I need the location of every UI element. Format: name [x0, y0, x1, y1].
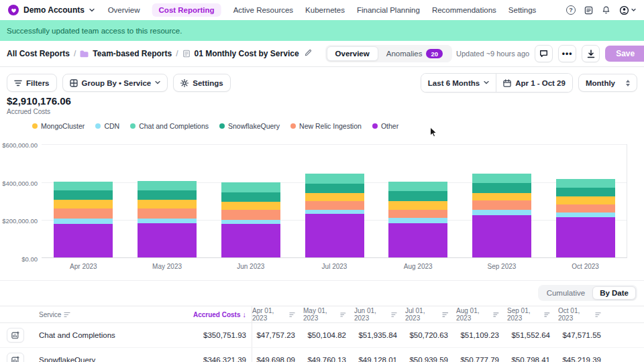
report-view-tabs: Overview Anomalies 20 [325, 45, 452, 62]
open-resource-report-button[interactable] [7, 328, 24, 343]
table-row-chat-and-completions[interactable]: Chat and Completions$350,751.93$47,757.2… [0, 323, 644, 348]
open-resource-report-button[interactable] [7, 353, 24, 362]
bar-segment-snowflakequery[interactable] [472, 183, 531, 192]
bar-sep-2023[interactable] [472, 174, 531, 257]
bar-segment-cdn[interactable] [54, 219, 113, 223]
bar-segment-new-relic-ingestion[interactable] [221, 210, 280, 220]
nav-item-cost-reporting[interactable]: Cost Reporting [152, 3, 221, 17]
bar-segment-cdn[interactable] [388, 218, 447, 223]
bar-segment-other[interactable] [221, 224, 280, 257]
bar-segment-other[interactable] [54, 224, 113, 257]
column-header-may-01-2023[interactable]: May 01, 2023 [303, 306, 354, 322]
nav-item-kubernetes[interactable]: Kubernetes [305, 6, 345, 14]
nav-item-overview[interactable]: Overview [108, 6, 140, 14]
bar-jul-2023[interactable] [305, 174, 364, 257]
bar-segment-mongocluster[interactable] [556, 196, 615, 204]
granularity-select[interactable]: Monthly [578, 74, 637, 92]
column-header-apr-01-2023[interactable]: Apr 01, 2023 [252, 306, 303, 322]
bar-segment-new-relic-ingestion[interactable] [388, 210, 447, 218]
column-header-oct-01-2023[interactable]: Oct 01, 2023 [558, 306, 609, 322]
legend-item-other[interactable]: Other [372, 122, 398, 130]
tab-anomalies[interactable]: Anomalies 20 [378, 46, 451, 61]
bar-segment-new-relic-ingestion[interactable] [305, 201, 364, 210]
bar-segment-other[interactable] [138, 223, 197, 257]
bar-segment-new-relic-ingestion[interactable] [138, 208, 197, 219]
filters-button[interactable]: Filters [7, 74, 57, 92]
changelog-icon[interactable] [584, 6, 593, 15]
bar-segment-new-relic-ingestion[interactable] [556, 204, 615, 213]
notifications-bell-icon[interactable] [602, 5, 610, 15]
nav-item-financial-planning[interactable]: Financial Planning [357, 6, 420, 14]
tab-overview[interactable]: Overview [327, 46, 378, 61]
breadcrumb-all-cost-reports[interactable]: All Cost Reports [7, 49, 70, 58]
monthly-cost-cell-sep-01-2023: $51,552.64 [507, 323, 558, 347]
speech-bubble-icon [539, 50, 548, 58]
bar-segment-cdn[interactable] [138, 219, 197, 223]
nav-item-active-resources[interactable]: Active Resources [233, 6, 293, 14]
legend-item-cdn[interactable]: CDN [95, 122, 119, 130]
bar-segment-other[interactable] [472, 215, 531, 257]
bar-segment-new-relic-ingestion[interactable] [472, 200, 531, 210]
bar-oct-2023[interactable] [556, 179, 615, 257]
column-header-jul-01-2023[interactable]: Jul 01, 2023 [405, 306, 456, 322]
column-header-jun-01-2023[interactable]: Jun 01, 2023 [354, 306, 405, 322]
bar-segment-cdn[interactable] [221, 220, 280, 225]
bar-segment-snowflakequery[interactable] [556, 188, 615, 196]
bar-segment-chat-and-completions[interactable] [388, 182, 447, 191]
legend-item-snowflakequery[interactable]: SnowflakeQuery [219, 122, 280, 130]
nav-item-recommendations[interactable]: Recommendations [432, 6, 496, 14]
nav-item-settings[interactable]: Settings [508, 6, 537, 14]
group-by-button[interactable]: Group By • Service [62, 74, 168, 92]
bar-may-2023[interactable] [138, 181, 197, 257]
bar-segment-chat-and-completions[interactable] [54, 182, 113, 191]
bar-segment-mongocluster[interactable] [138, 200, 197, 208]
settings-button[interactable]: Settings [173, 74, 230, 92]
toggle-by-date[interactable]: By Date [592, 286, 636, 300]
column-header-accrued-costs[interactable]: Accrued Costs↓ [174, 306, 252, 322]
bar-segment-chat-and-completions[interactable] [305, 174, 364, 183]
bar-segment-chat-and-completions[interactable] [221, 182, 280, 192]
workspace-switcher[interactable]: Demo Accounts [8, 5, 95, 15]
bar-segment-mongocluster[interactable] [305, 193, 364, 201]
breadcrumb-folder[interactable]: Team-based Reports [93, 49, 172, 58]
edit-report-name-button[interactable] [303, 49, 313, 58]
toggle-cumulative[interactable]: Cumulative [539, 286, 593, 300]
bar-jun-2023[interactable] [221, 182, 280, 257]
legend-item-chat-and-completions[interactable]: Chat and Completions [130, 122, 209, 130]
column-header-service[interactable]: Service [30, 306, 174, 322]
bar-segment-snowflakequery[interactable] [221, 192, 280, 202]
bar-segment-snowflakequery[interactable] [388, 191, 447, 200]
account-menu[interactable] [619, 5, 636, 15]
bar-segment-chat-and-completions[interactable] [556, 179, 615, 188]
date-range-button[interactable]: Apr 1 - Oct 29 [496, 74, 572, 92]
bar-segment-snowflakequery[interactable] [54, 190, 113, 200]
bar-segment-mongocluster[interactable] [472, 193, 531, 201]
column-header-aug-01-2023[interactable]: Aug 01, 2023 [456, 306, 507, 322]
comments-button[interactable] [535, 45, 553, 62]
bar-segment-other[interactable] [556, 217, 615, 257]
legend-item-new-relic-ingestion[interactable]: New Relic Ingestion [290, 122, 362, 130]
bar-segment-other[interactable] [305, 214, 364, 257]
bar-segment-cdn[interactable] [472, 210, 531, 215]
column-header-sep-01-2023[interactable]: Sep 01, 2023 [507, 306, 558, 322]
bar-segment-other[interactable] [388, 223, 447, 257]
more-options-button[interactable]: ••• [558, 45, 576, 62]
bar-segment-chat-and-completions[interactable] [472, 174, 531, 184]
help-icon[interactable]: ? [566, 5, 576, 15]
bar-segment-snowflakequery[interactable] [138, 190, 197, 200]
bar-segment-chat-and-completions[interactable] [138, 181, 197, 190]
date-preset-button[interactable]: Last 6 Months [421, 74, 496, 92]
bar-segment-mongocluster[interactable] [54, 200, 113, 208]
bar-apr-2023[interactable] [54, 182, 113, 257]
table-row-snowflakequery[interactable]: SnowflakeQuery$346,321.39$49,698.09$49,7… [0, 348, 644, 362]
column-label: Sep 01, 2023 [507, 307, 542, 322]
bar-aug-2023[interactable] [388, 182, 447, 257]
save-button[interactable]: Save [605, 46, 644, 62]
bar-segment-mongocluster[interactable] [388, 201, 447, 210]
bar-segment-snowflakequery[interactable] [305, 184, 364, 193]
bar-segment-mongocluster[interactable] [221, 202, 280, 210]
download-button[interactable] [582, 45, 600, 62]
bar-segment-new-relic-ingestion[interactable] [54, 208, 113, 219]
legend-item-mongocluster[interactable]: MongoCluster [32, 122, 85, 130]
bar-segment-cdn[interactable] [556, 213, 615, 217]
